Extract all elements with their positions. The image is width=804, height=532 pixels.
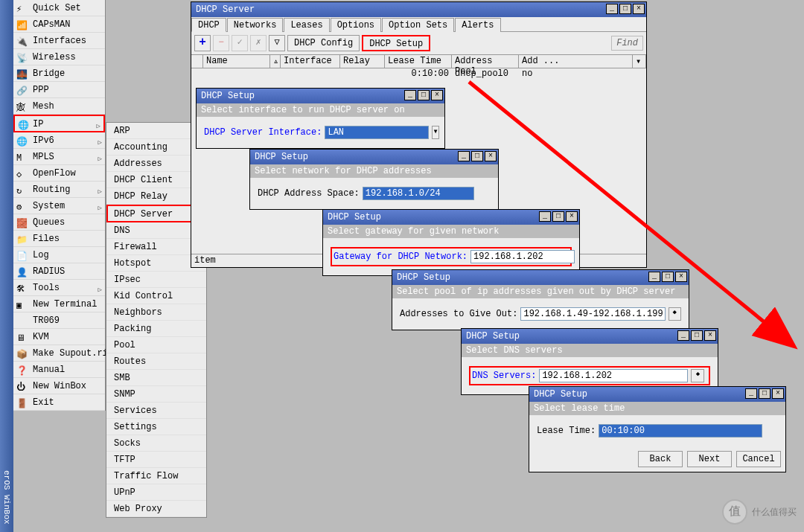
submenu-item-neighbors[interactable]: Neighbors [106, 304, 206, 321]
menu-item-queues[interactable]: 🧱Queues [13, 214, 105, 231]
menu-item-new-terminal[interactable]: ▣New Terminal [13, 296, 105, 313]
minimize-icon[interactable]: _ [745, 388, 757, 399]
minimize-icon[interactable]: _ [539, 211, 551, 222]
menu-item-interfaces[interactable]: 🔌Interfaces [13, 33, 105, 49]
close-icon[interactable]: × [675, 272, 687, 282]
spinner-icon[interactable]: ◆ [691, 369, 704, 382]
table-row[interactable]: 0:10:00 dhcp_pool0 no [191, 68, 646, 80]
cancel-button[interactable]: Cancel [736, 451, 781, 467]
submenu-item-kid-control[interactable]: Kid Control [106, 288, 206, 304]
menu-item-routing[interactable]: ↻Routing▷ [13, 182, 105, 198]
col-add[interactable]: Add ... [519, 55, 633, 68]
dhcp-config-button[interactable]: DHCP Config [287, 35, 360, 51]
col-pool[interactable]: Address Pool [452, 55, 519, 68]
menu-item-radius[interactable]: 👤RADIUS [13, 263, 105, 280]
menu-item-files[interactable]: 📁Files [13, 231, 105, 247]
back-button[interactable]: Back [638, 451, 683, 467]
menu-item-tools[interactable]: 🛠Tools▷ [13, 280, 105, 296]
close-icon[interactable]: × [633, 4, 645, 14]
col-lease[interactable]: Lease Time [385, 55, 452, 68]
submenu-item-ipsec[interactable]: IPsec [106, 272, 206, 288]
chevron-down-icon[interactable]: ▾ [633, 55, 646, 68]
dhcp-setup-dialog-network: DHCP Setup _□× Select network for DHCP a… [249, 149, 499, 210]
submenu-item-web-proxy[interactable]: Web Proxy [106, 501, 206, 517]
close-icon[interactable]: × [704, 330, 716, 341]
spinner-icon[interactable]: ◆ [669, 307, 682, 321]
menu-item-new-winbox[interactable]: ⏻New WinBox [13, 378, 105, 394]
interface-input[interactable] [325, 126, 429, 139]
submenu-item-settings[interactable]: Settings [106, 419, 206, 435]
close-icon[interactable]: × [772, 388, 784, 399]
lease-input[interactable] [599, 424, 762, 438]
minimize-icon[interactable]: _ [606, 4, 618, 14]
submenu-item-smb[interactable]: SMB [106, 370, 206, 386]
submenu-item-traffic-flow[interactable]: Traffic Flow [106, 468, 206, 484]
tab-options[interactable]: Options [331, 18, 381, 32]
maximize-icon[interactable]: □ [691, 330, 703, 341]
submenu-item-pool[interactable]: Pool [106, 337, 206, 353]
submenu-item-snmp[interactable]: SNMP [106, 386, 206, 403]
menu-item-ipv6[interactable]: 🌐IPv6▷ [13, 132, 105, 149]
dhcp-setup-button[interactable]: DHCP Setup [362, 35, 430, 51]
menu-item-quick-set[interactable]: ⚡Quick Set [13, 0, 105, 16]
tab-leases[interactable]: Leases [284, 18, 329, 32]
menu-item-tr069[interactable]: TR069 [13, 313, 105, 329]
col-interface[interactable]: Interface [281, 55, 340, 68]
menu-item-make-supout.rif[interactable]: 📦Make Supout.rif [13, 345, 105, 362]
dns-input[interactable] [539, 369, 688, 382]
menu-item-wireless[interactable]: 📡Wireless [13, 49, 105, 65]
submenu-item-packing[interactable]: Packing [106, 321, 206, 337]
menu-item-mesh[interactable]: 🕸Mesh [13, 98, 105, 115]
enable-button[interactable]: ✓ [232, 35, 248, 51]
disable-button[interactable]: ✗ [250, 35, 267, 51]
minimize-icon[interactable]: _ [677, 330, 689, 341]
remove-button[interactable]: − [213, 35, 229, 51]
minimize-icon[interactable]: _ [458, 151, 470, 161]
close-icon[interactable]: × [485, 151, 497, 161]
tab-alerts[interactable]: Alerts [455, 18, 500, 32]
maximize-icon[interactable]: □ [619, 4, 631, 14]
radius-icon: 👤 [16, 265, 28, 277]
minimize-icon[interactable]: _ [404, 90, 416, 100]
maximize-icon[interactable]: □ [759, 388, 770, 399]
make supout.rif-icon: 📦 [16, 347, 28, 359]
col-name[interactable]: Name [203, 55, 270, 68]
minimize-icon[interactable]: _ [648, 272, 660, 282]
next-button[interactable]: Next [687, 451, 732, 467]
submenu-item-upnp[interactable]: UPnP [106, 484, 206, 501]
menu-item-bridge[interactable]: 🌉Bridge [13, 65, 105, 82]
tab-networks[interactable]: Networks [227, 18, 284, 32]
add-button[interactable]: + [194, 35, 211, 51]
menu-item-ip[interactable]: 🌐IP▷ [13, 115, 105, 132]
menu-item-exit[interactable]: 🚪Exit [13, 394, 105, 411]
dropdown-icon[interactable]: ▾ [432, 126, 438, 139]
menu-item-system[interactable]: ⚙System▷ [13, 198, 105, 214]
pool-input[interactable] [520, 307, 665, 321]
menu-item-manual[interactable]: ❓Manual [13, 362, 105, 378]
close-icon[interactable]: × [431, 90, 443, 100]
menu-item-capsman[interactable]: 📶CAPsMAN [13, 16, 105, 33]
submenu-item-services[interactable]: Services [106, 403, 206, 419]
menu-item-openflow[interactable]: ◇OpenFlow [13, 165, 105, 182]
tab-dhcp[interactable]: DHCP [191, 18, 226, 32]
submenu-item-routes[interactable]: Routes [106, 353, 206, 370]
col-relay[interactable]: Relay [340, 55, 385, 68]
filter-button[interactable]: ▽ [269, 35, 285, 51]
find-button[interactable]: Find [611, 36, 643, 51]
menu-item-kvm[interactable]: 🖥KVM [13, 329, 105, 345]
menu-item-log[interactable]: 📄Log [13, 247, 105, 263]
address-space-input[interactable] [363, 187, 474, 200]
maximize-icon[interactable]: □ [418, 90, 430, 100]
menu-item-ppp[interactable]: 🔗PPP [13, 82, 105, 98]
wireless-icon: 📡 [16, 51, 28, 63]
maximize-icon[interactable]: □ [662, 272, 674, 282]
gateway-input[interactable] [470, 250, 575, 263]
submenu-item-tftp[interactable]: TFTP [106, 452, 206, 468]
maximize-icon[interactable]: □ [552, 211, 564, 222]
tab-option-sets[interactable]: Option Sets [382, 18, 454, 32]
close-icon[interactable]: × [566, 211, 578, 222]
submenu-item-socks[interactable]: Socks [106, 435, 206, 452]
sort-icon[interactable]: ▵ [270, 55, 281, 68]
menu-item-mpls[interactable]: MMPLS▷ [13, 149, 105, 165]
maximize-icon[interactable]: □ [471, 151, 483, 161]
